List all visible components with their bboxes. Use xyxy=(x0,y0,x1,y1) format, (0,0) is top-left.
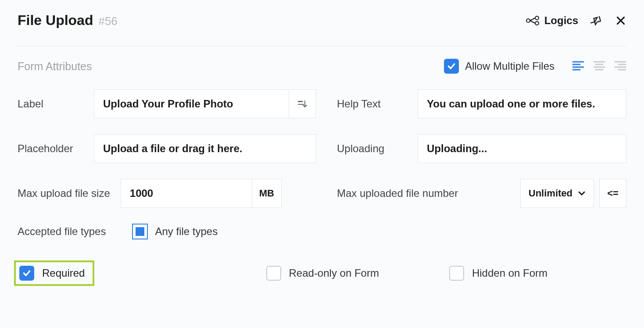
max-number-value: Unlimited xyxy=(529,188,572,199)
label-field-label: Label xyxy=(18,98,83,110)
logics-label: Logics xyxy=(544,14,578,27)
svg-point-2 xyxy=(535,21,539,25)
close-button[interactable] xyxy=(615,15,626,26)
label-position-button[interactable] xyxy=(289,89,316,118)
align-left-button[interactable] xyxy=(572,60,584,72)
help-text-field-label: Help Text xyxy=(337,98,407,110)
accepted-types-label: Accepted file types xyxy=(18,225,106,238)
required-label: Required xyxy=(42,267,85,279)
hidden-label: Hidden on Form xyxy=(472,267,547,279)
uploading-field-label: Uploading xyxy=(337,143,407,155)
element-id: #56 xyxy=(98,14,117,28)
hidden-checkbox[interactable] xyxy=(449,266,464,281)
readonly-label: Read-only on Form xyxy=(289,267,379,279)
allow-multiple-checkbox[interactable] xyxy=(444,59,459,74)
readonly-checkbox[interactable] xyxy=(266,266,281,281)
uploading-text-input[interactable] xyxy=(418,134,626,163)
align-right-button[interactable] xyxy=(614,60,626,72)
required-highlight: Required xyxy=(14,260,94,286)
any-file-types-label: Any file types xyxy=(155,225,218,238)
svg-point-0 xyxy=(526,19,530,22)
pin-button[interactable] xyxy=(590,14,603,27)
max-number-operator[interactable]: <= xyxy=(599,179,626,208)
section-title-form-attributes: Form Attributes xyxy=(18,60,92,73)
align-center-button[interactable] xyxy=(593,60,605,72)
max-size-field-label: Max upload file size xyxy=(18,187,110,200)
svg-point-1 xyxy=(535,16,539,20)
label-input[interactable] xyxy=(94,89,289,118)
max-size-unit: MB xyxy=(252,179,282,208)
any-file-types-checkbox[interactable] xyxy=(132,224,148,239)
allow-multiple-label: Allow Multiple Files xyxy=(465,60,555,72)
checkbox-indicator xyxy=(136,227,144,236)
help-text-input[interactable] xyxy=(418,89,626,118)
max-size-input[interactable] xyxy=(121,179,252,208)
panel-title: File Upload xyxy=(18,12,93,29)
chevron-down-icon xyxy=(578,191,586,196)
panel-header: File Upload #56 Logics xyxy=(18,12,626,46)
max-number-select[interactable]: Unlimited xyxy=(520,179,594,208)
required-checkbox[interactable] xyxy=(19,266,34,281)
placeholder-field-label: Placeholder xyxy=(18,143,83,155)
logics-icon xyxy=(526,16,539,25)
max-number-field-label: Max uploaded file number xyxy=(337,187,458,200)
placeholder-input[interactable] xyxy=(94,134,316,163)
logics-button[interactable]: Logics xyxy=(526,14,578,27)
